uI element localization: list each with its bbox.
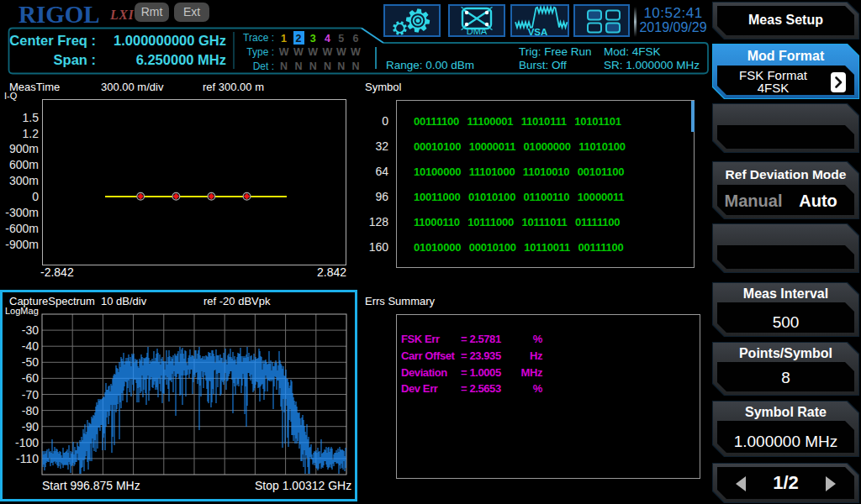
svg-text:DMA: DMA <box>467 26 488 36</box>
svg-text:VSA: VSA <box>528 27 548 37</box>
